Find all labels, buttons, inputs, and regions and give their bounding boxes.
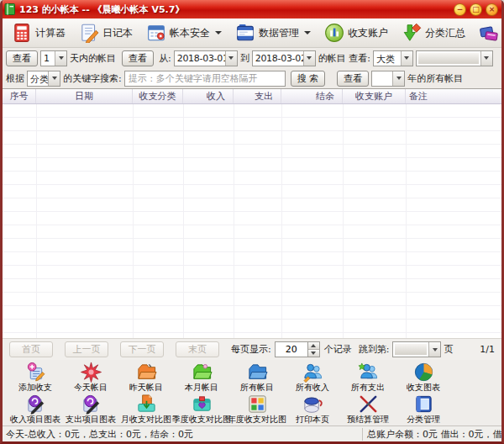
to-date-picker[interactable]: 2018-03-02 — [252, 50, 316, 66]
category-management-icon — [412, 394, 434, 415]
subcategory-combobox[interactable] — [416, 50, 493, 66]
category-type-value: 大类 — [374, 51, 401, 66]
chevron-down-icon[interactable] — [55, 51, 66, 66]
view-days-button[interactable]: 查看 — [6, 50, 38, 66]
chevron-down-icon[interactable] — [428, 342, 440, 357]
column-header-income[interactable]: 收入 — [183, 89, 234, 103]
chevron-down-icon[interactable] — [303, 51, 315, 66]
per-page-label: 每页显示: — [231, 343, 271, 356]
shortcut-print-page[interactable]: 打印本页 — [285, 394, 340, 426]
search-button[interactable]: 搜 索 — [291, 71, 326, 87]
records-label: 个记录 — [324, 343, 352, 356]
diary-icon — [79, 23, 99, 43]
toolbar-button-calculator[interactable]: 计算器 — [5, 20, 72, 45]
last-page-button[interactable]: 末页 — [176, 341, 219, 357]
people-expense-icon — [357, 362, 379, 383]
window-title: 123 的小帐本 -- 《晨曦小帐本 V5.7》 — [19, 3, 454, 16]
shortcut-quarter-compare-chart[interactable]: 季度收支对比图 — [174, 394, 229, 426]
toolbar-button-accounts[interactable]: 收支账户 — [318, 20, 395, 45]
toolbar-button-security[interactable]: 帐本安全 — [139, 20, 228, 45]
shortcut-label: 预结算管理 — [347, 415, 389, 425]
table-body[interactable] — [3, 104, 501, 338]
to-date-value: 2018-03-02 — [253, 51, 303, 66]
shortcut-all-expense[interactable]: 所有支出 — [340, 362, 396, 394]
shortcut-yesterday-accounts[interactable]: 昨天帐目 — [118, 362, 174, 394]
shortcut-label: 今天帐目 — [74, 383, 108, 393]
shortcut-label: 打印本页 — [296, 415, 329, 425]
shortcut-presettlement[interactable]: 预结算管理 — [340, 394, 396, 426]
shortcut-all-accounts[interactable]: 所有帐目 — [229, 362, 285, 394]
toolbar-button-diary[interactable]: 日记本 — [72, 20, 139, 45]
stepper-up-icon[interactable] — [308, 342, 319, 350]
shortcut-income-project-chart[interactable]: 收入项目图表 — [8, 394, 63, 426]
app-window: 123 的小帐本 -- 《晨曦小帐本 V5.7》 − □ × 计算器 日记本 帐 — [0, 0, 504, 444]
book-security-icon — [146, 23, 166, 43]
chevron-down-icon[interactable] — [304, 31, 311, 34]
chevron-down-icon[interactable] — [48, 71, 60, 86]
toolbar-label-accounts: 收支账户 — [348, 26, 388, 40]
per-page-input[interactable] — [275, 341, 308, 357]
jump-page-combobox[interactable] — [392, 341, 441, 357]
shortcut-today-accounts[interactable]: 今天帐目 — [63, 362, 118, 394]
prev-page-button[interactable]: 上一页 — [65, 341, 108, 357]
subcategory-value — [418, 53, 479, 64]
from-date-picker[interactable]: 2018-03-01 — [174, 50, 238, 66]
keyword-search-input[interactable] — [124, 71, 286, 87]
chevron-down-icon[interactable] — [480, 51, 492, 66]
shortcut-category-management[interactable]: 分类管理 — [396, 394, 451, 426]
toolbar-label-data: 数据管理 — [259, 26, 299, 40]
table-header: 序号 日期 收支分类 收入 支出 结余 收支账户 备注 — [3, 88, 501, 104]
shortcut-month-compare-chart[interactable]: 月收支对比图 — [118, 394, 174, 426]
jump-page-value — [395, 344, 427, 355]
column-header-date[interactable]: 日期 — [36, 89, 133, 103]
shortcut-all-income[interactable]: 所有收入 — [285, 362, 340, 394]
chevron-down-icon[interactable] — [215, 31, 222, 34]
toolbar-button-summary[interactable]: 分类汇总 — [395, 20, 472, 45]
page-indicator: 1/1 — [480, 344, 495, 355]
app-logo-icon — [4, 3, 16, 15]
column-header-expense[interactable]: 支出 — [234, 89, 281, 103]
view-year-button[interactable]: 查看 — [337, 71, 369, 87]
column-divider — [133, 104, 134, 338]
view-range-button[interactable]: 查看 — [122, 50, 154, 66]
shortcut-row-1: 添加收支 今天帐目 昨天帐目 本月帐目 — [8, 362, 501, 394]
per-page-stepper[interactable] — [308, 341, 320, 357]
month-compare-icon — [135, 394, 157, 415]
year-combobox[interactable] — [371, 71, 405, 87]
shortcut-month-accounts[interactable]: 本月帐目 — [174, 362, 229, 394]
today-burst-icon — [80, 362, 102, 383]
column-divider — [183, 104, 184, 338]
column-header-category[interactable]: 收支分类 — [133, 89, 183, 103]
maximize-button[interactable]: □ — [470, 3, 482, 16]
status-account-summary: 总账户余额：0元 借出：0元，借入：0元 结余 — [362, 428, 501, 441]
window-controls: − □ × — [454, 3, 500, 16]
chevron-down-icon[interactable] — [225, 51, 237, 66]
toolbar-label-diary: 日记本 — [102, 26, 133, 40]
column-divider — [406, 104, 407, 338]
chevron-down-icon[interactable] — [401, 51, 412, 66]
next-page-button[interactable]: 下一页 — [120, 341, 164, 357]
toolbar-button-more[interactable]: 更多功能 — [472, 20, 504, 45]
column-header-account[interactable]: 收支账户 — [343, 89, 406, 103]
chevron-down-icon[interactable] — [392, 71, 404, 86]
days-combobox[interactable]: 1 — [40, 50, 67, 66]
shortcut-label: 支出项目图表 — [66, 415, 116, 425]
stepper-down-icon[interactable] — [308, 350, 319, 357]
category-type-combobox[interactable]: 大类 — [373, 50, 413, 66]
close-button[interactable]: × — [486, 3, 498, 16]
shortcut-chart[interactable]: 收支图表 — [396, 362, 451, 394]
more-features-icon — [479, 23, 499, 43]
shortcut-add-income[interactable]: 添加收支 — [8, 362, 63, 394]
column-header-balance[interactable]: 结余 — [281, 89, 343, 103]
search-field-combobox[interactable]: 分类 — [27, 71, 60, 87]
column-header-note[interactable]: 备注 — [406, 89, 501, 103]
shortcut-year-compare-chart[interactable]: 年度收支对比图 — [229, 394, 285, 426]
minimize-button[interactable]: − — [454, 3, 466, 16]
toolbar-label-security: 帐本安全 — [170, 26, 210, 40]
toolbar-button-data[interactable]: 数据管理 — [228, 20, 318, 45]
shortcut-expense-project-chart[interactable]: 支出项目图表 — [63, 394, 118, 426]
shortcut-label: 昨天帐目 — [129, 383, 163, 393]
first-page-button[interactable]: 首页 — [9, 341, 53, 357]
column-header-index[interactable]: 序号 — [3, 89, 36, 103]
search-prefix-label: 根据 — [6, 72, 24, 85]
